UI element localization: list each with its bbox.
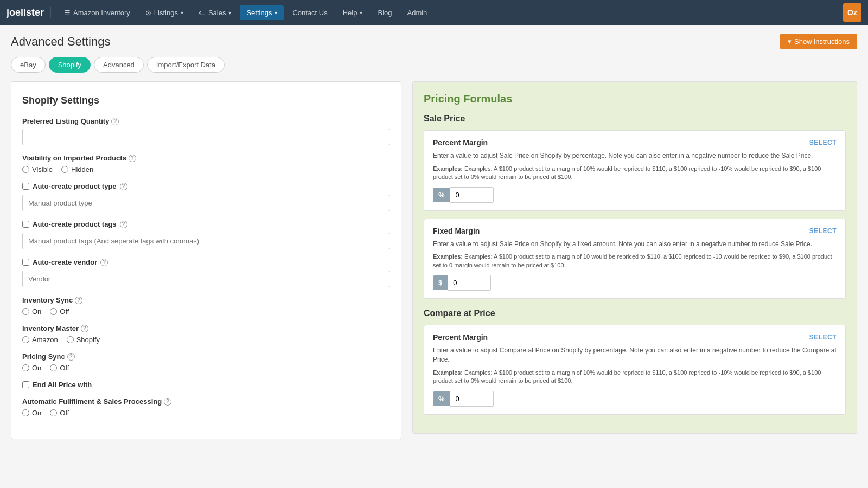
inventory-sync-group: Inventory Sync ? On Off — [22, 296, 390, 316]
user-avatar[interactable]: Oz — [843, 3, 861, 22]
auto-product-tags-label[interactable]: Auto-create product tags ? — [22, 220, 390, 228]
nav-listings[interactable]: ⊙ Listings ▾ — [139, 5, 190, 20]
sale-percent-margin-input-group: % — [433, 187, 520, 203]
sale-fixed-margin-title: Fixed Margin — [433, 227, 480, 235]
visibility-help-icon[interactable]: ? — [129, 155, 136, 162]
compare-percent-margin-header: Percent Margin SELECT — [433, 333, 837, 342]
nav-contact[interactable]: Contact Us — [286, 5, 334, 20]
compare-percent-margin-title: Percent Margin — [433, 333, 488, 342]
nav-help[interactable]: Help ▾ — [336, 5, 369, 20]
visibility-radio-group: Visible Hidden — [22, 165, 390, 174]
auto-product-type-label[interactable]: Auto-create product type ? — [22, 182, 390, 190]
pricing-formulas-panel: Pricing Formulas Sale Price Percent Marg… — [412, 81, 857, 434]
compare-percent-margin-desc: Enter a value to adjust Compare at Price… — [433, 346, 837, 364]
sale-percent-margin-select-button[interactable]: SELECT — [809, 139, 837, 146]
nav-blog[interactable]: Blog — [371, 5, 398, 20]
chevron-down-icon-sales: ▾ — [228, 10, 231, 16]
chevron-down-icon-help: ▾ — [360, 10, 362, 16]
end-all-price-label[interactable]: End All Price with — [22, 381, 390, 389]
tab-advanced[interactable]: Advanced — [94, 57, 144, 73]
inventory-master-radio-group: Amazon Shopify — [22, 336, 390, 344]
auto-product-type-input[interactable] — [22, 195, 390, 211]
tag2-icon: 🏷 — [199, 9, 206, 17]
inventory-master-shopify[interactable]: Shopify — [67, 336, 100, 344]
inventory-master-amazon[interactable]: Amazon — [22, 336, 58, 344]
nav-settings[interactable]: Settings ▾ — [240, 5, 284, 20]
auto-fulfillment-on[interactable]: On — [22, 409, 41, 417]
chevron-down-icon-settings: ▾ — [275, 10, 277, 16]
show-instructions-button[interactable]: ▾ Show instructions — [780, 34, 857, 49]
auto-product-tags-input[interactable] — [22, 233, 390, 249]
sale-fixed-margin-input[interactable] — [448, 275, 491, 291]
pricing-sync-off-radio[interactable] — [50, 364, 57, 371]
sale-percent-margin-examples: Examples: Examples: A $100 product set t… — [433, 165, 837, 182]
sale-fixed-margin-select-button[interactable]: SELECT — [809, 227, 837, 235]
pricing-sync-off[interactable]: Off — [50, 364, 69, 372]
auto-fulfillment-help-icon[interactable]: ? — [164, 398, 171, 406]
end-all-price-group: End All Price with — [22, 381, 390, 389]
auto-fulfillment-off-radio[interactable] — [50, 409, 57, 416]
pricing-sync-on[interactable]: On — [22, 364, 41, 372]
nav-sales[interactable]: 🏷 Sales ▾ — [192, 5, 238, 20]
auto-vendor-input[interactable] — [22, 271, 390, 287]
nav-amazon-inventory[interactable]: ☰ Amazon Inventory — [58, 5, 137, 20]
compare-percent-margin-select-button[interactable]: SELECT — [809, 333, 837, 341]
visibility-visible-option[interactable]: Visible — [22, 165, 53, 174]
visibility-visible-radio[interactable] — [22, 166, 29, 173]
sale-percent-margin-input[interactable] — [450, 187, 494, 203]
pricing-sync-on-radio[interactable] — [22, 364, 29, 371]
auto-product-type-group: Auto-create product type ? — [22, 182, 390, 211]
inventory-sync-on-radio[interactable] — [22, 308, 29, 315]
brand-logo[interactable]: joelister — [7, 7, 51, 18]
inventory-sync-on[interactable]: On — [22, 307, 41, 316]
tab-ebay[interactable]: eBay — [11, 57, 46, 73]
tab-shopify[interactable]: Shopify — [49, 57, 91, 73]
auto-vendor-label[interactable]: Auto-create vendor ? — [22, 258, 390, 266]
chevron-down-icon-instructions: ▾ — [788, 37, 792, 46]
auto-product-tags-checkbox[interactable] — [22, 221, 29, 228]
compare-at-price-section: Compare at Price Percent Margin SELECT E… — [424, 309, 846, 414]
preferred-quantity-group: Preferred Listing Quantity ? — [22, 117, 390, 145]
sale-fixed-margin-prefix: $ — [433, 275, 448, 290]
nav-admin[interactable]: Admin — [401, 5, 434, 20]
auto-fulfillment-group: Automatic Fullfilment & Sales Processing… — [22, 397, 390, 417]
inventory-sync-off-radio[interactable] — [50, 308, 57, 315]
page-title: Advanced Settings — [11, 35, 110, 49]
visibility-hidden-radio[interactable] — [61, 166, 68, 173]
sale-percent-margin-title: Percent Margin — [433, 138, 488, 147]
pricing-sync-label: Pricing Sync ? — [22, 352, 390, 361]
preferred-quantity-input[interactable] — [22, 129, 390, 145]
compare-percent-margin-card: Percent Margin SELECT Enter a value to a… — [424, 325, 846, 414]
preferred-quantity-help-icon[interactable]: ? — [111, 118, 119, 125]
visibility-hidden-option[interactable]: Hidden — [61, 165, 93, 174]
inventory-sync-off[interactable]: Off — [50, 307, 69, 316]
compare-percent-margin-input[interactable] — [450, 391, 494, 407]
auto-vendor-checkbox[interactable] — [22, 259, 29, 266]
auto-vendor-help-icon[interactable]: ? — [100, 259, 108, 266]
inventory-sync-label: Inventory Sync ? — [22, 296, 390, 304]
navbar: joelister ☰ Amazon Inventory ⊙ Listings … — [0, 0, 868, 25]
page-header: Advanced Settings ▾ Show instructions — [11, 34, 857, 49]
inventory-master-amazon-radio[interactable] — [22, 336, 29, 343]
shopify-settings-panel: Shopify Settings Preferred Listing Quant… — [11, 81, 401, 439]
compare-percent-margin-input-group: % — [433, 391, 520, 407]
tab-import-export[interactable]: Import/Export Data — [147, 57, 225, 73]
pricing-sync-group: Pricing Sync ? On Off — [22, 352, 390, 372]
inventory-master-shopify-radio[interactable] — [67, 336, 74, 343]
inventory-master-help-icon[interactable]: ? — [81, 325, 88, 332]
end-all-price-checkbox[interactable] — [22, 381, 29, 388]
auto-product-type-checkbox[interactable] — [22, 183, 29, 190]
pricing-sync-help-icon[interactable]: ? — [67, 353, 75, 361]
inventory-sync-help-icon[interactable]: ? — [75, 297, 82, 304]
auto-product-tags-help-icon[interactable]: ? — [120, 221, 127, 228]
auto-fulfillment-off[interactable]: Off — [50, 409, 69, 417]
sale-fixed-margin-header: Fixed Margin SELECT — [433, 227, 837, 235]
sale-price-section: Sale Price Percent Margin SELECT Enter a… — [424, 114, 846, 299]
sale-fixed-margin-card: Fixed Margin SELECT Enter a value to adj… — [424, 219, 846, 299]
auto-fulfillment-on-radio[interactable] — [22, 409, 29, 416]
auto-product-type-help-icon[interactable]: ? — [120, 183, 127, 190]
sale-percent-margin-card: Percent Margin SELECT Enter a value to a… — [424, 130, 846, 211]
pricing-formulas-title: Pricing Formulas — [424, 93, 846, 105]
sale-percent-margin-header: Percent Margin SELECT — [433, 138, 837, 147]
sale-percent-margin-desc: Enter a value to adjust Sale Price on Sh… — [433, 151, 837, 160]
